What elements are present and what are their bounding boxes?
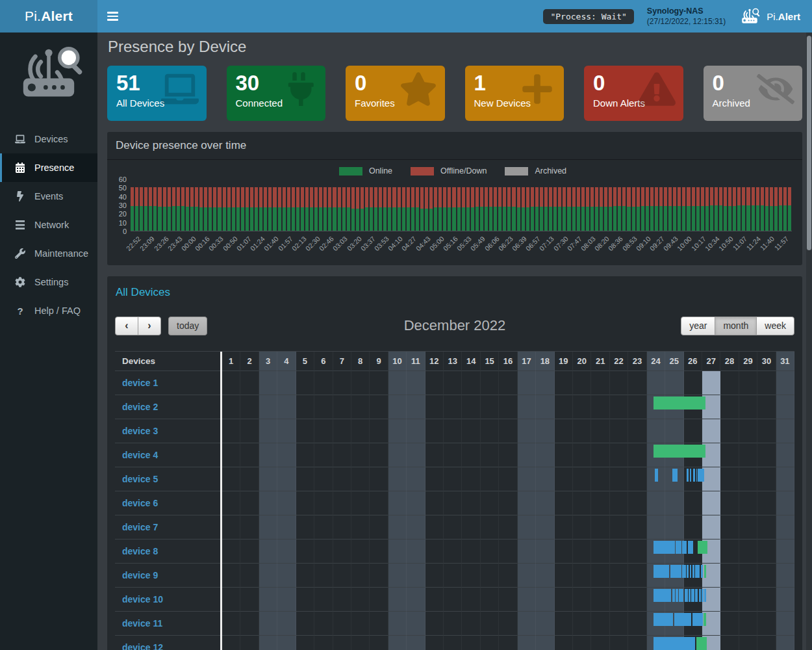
presence-bar-blue[interactable] bbox=[700, 469, 704, 482]
presence-bar-green[interactable] bbox=[698, 541, 708, 554]
day-cell-7 bbox=[333, 540, 351, 564]
presence-bar-blue[interactable] bbox=[690, 469, 692, 482]
presence-bar-blue[interactable] bbox=[693, 469, 695, 482]
day-cell-27 bbox=[702, 491, 720, 515]
online-segment bbox=[457, 207, 461, 231]
prev-button[interactable]: ‹ bbox=[115, 317, 138, 335]
presence-bar-green[interactable] bbox=[653, 445, 705, 458]
card-all-devices[interactable]: 51All Devices bbox=[107, 66, 207, 121]
device-link[interactable]: device 3 bbox=[122, 426, 158, 436]
day-cell-14 bbox=[462, 588, 480, 612]
device-link[interactable]: device 7 bbox=[122, 522, 158, 532]
day-cell-4 bbox=[277, 395, 296, 419]
presence-bar-blue[interactable] bbox=[687, 469, 689, 482]
presence-bar-blue[interactable] bbox=[688, 541, 693, 554]
presence-bar-blue[interactable] bbox=[676, 541, 681, 554]
presence-bar-blue[interactable] bbox=[672, 469, 678, 482]
presence-bar-blue[interactable] bbox=[696, 469, 697, 482]
device-link[interactable]: device 11 bbox=[122, 618, 162, 629]
presence-bar-blue[interactable] bbox=[653, 565, 670, 578]
sidebar-toggle-button[interactable] bbox=[97, 0, 127, 32]
scrollbar-thumb[interactable] bbox=[807, 36, 811, 250]
online-segment bbox=[553, 207, 557, 231]
presence-bar-blue[interactable] bbox=[672, 589, 675, 602]
presence-bar-blue[interactable] bbox=[674, 613, 691, 626]
card-connected[interactable]: 30Connected bbox=[227, 66, 326, 121]
presence-bar-blue[interactable] bbox=[653, 637, 696, 650]
day-cell-30 bbox=[757, 515, 776, 540]
presence-bar-blue[interactable] bbox=[682, 541, 687, 554]
presence-bar-green[interactable] bbox=[653, 396, 705, 410]
online-segment bbox=[600, 207, 603, 231]
presence-bar-blue[interactable] bbox=[699, 589, 701, 602]
presence-bar-blue[interactable] bbox=[691, 589, 694, 602]
offline-segment bbox=[595, 187, 598, 207]
device-link[interactable]: device 4 bbox=[122, 450, 158, 460]
presence-bar-green[interactable] bbox=[704, 613, 706, 626]
online-segment bbox=[292, 207, 295, 231]
device-link[interactable]: device 9 bbox=[122, 570, 158, 580]
chart-bar bbox=[558, 179, 561, 231]
presence-bar-blue[interactable] bbox=[701, 565, 704, 578]
day-cell-22 bbox=[610, 612, 628, 636]
day-header-12: 12 bbox=[425, 352, 444, 371]
card-archived[interactable]: 0Archived bbox=[704, 66, 803, 121]
navbar-app-brand[interactable]: Pi.Alert bbox=[739, 7, 800, 25]
sidebar-item-help-faq[interactable]: ?Help / FAQ bbox=[0, 296, 97, 325]
sidebar-item-events[interactable]: Events bbox=[0, 182, 97, 211]
presence-bar-blue[interactable] bbox=[689, 589, 691, 602]
presence-bar-blue[interactable] bbox=[698, 469, 700, 482]
presence-bar-blue[interactable] bbox=[702, 589, 704, 602]
presence-bar-blue[interactable] bbox=[695, 565, 700, 578]
presence-bar-blue[interactable] bbox=[682, 565, 686, 578]
presence-bar-blue[interactable] bbox=[695, 589, 698, 602]
presence-bar-blue[interactable] bbox=[655, 469, 659, 482]
next-button[interactable]: › bbox=[138, 317, 161, 335]
presence-bar-blue[interactable] bbox=[653, 541, 676, 554]
day-cell-17 bbox=[518, 419, 536, 443]
month-view-button[interactable]: month bbox=[715, 317, 757, 335]
card-favorites[interactable]: 0Favorites bbox=[346, 66, 445, 121]
sidebar-item-devices[interactable]: Devices bbox=[0, 125, 97, 153]
presence-bar-blue[interactable] bbox=[692, 565, 694, 578]
device-link[interactable]: device 8 bbox=[122, 546, 158, 556]
presence-bar-blue[interactable] bbox=[687, 565, 689, 578]
day-cell-16 bbox=[499, 467, 517, 491]
presence-bar-blue[interactable] bbox=[670, 565, 681, 578]
presence-bar-blue[interactable] bbox=[692, 613, 703, 626]
brand-logo[interactable]: Pi.Alert bbox=[0, 0, 97, 32]
device-link[interactable]: device 5 bbox=[122, 474, 158, 484]
page-scrollbar[interactable] bbox=[806, 32, 812, 650]
presence-bar-blue[interactable] bbox=[653, 589, 672, 602]
presence-bar-blue[interactable] bbox=[653, 613, 673, 626]
device-link[interactable]: device 2 bbox=[122, 402, 158, 412]
card-down-alerts[interactable]: 0Down Alerts bbox=[584, 66, 683, 121]
day-cell-1 bbox=[222, 419, 240, 443]
presence-bar-blue[interactable] bbox=[690, 565, 692, 578]
presence-bar-green[interactable] bbox=[696, 637, 707, 650]
presence-bar-green[interactable] bbox=[704, 565, 706, 578]
sidebar-item-settings[interactable]: Settings bbox=[0, 268, 97, 296]
day-cell-31 bbox=[776, 564, 794, 588]
device-link[interactable]: device 12 bbox=[122, 642, 163, 650]
sidebar-item-presence[interactable]: Presence bbox=[0, 153, 97, 182]
day-cell-8 bbox=[351, 515, 370, 540]
sidebar-item-network[interactable]: Network bbox=[0, 211, 97, 239]
app-logo bbox=[0, 32, 97, 110]
offline-segment bbox=[135, 187, 138, 206]
day-cell-17 bbox=[518, 588, 536, 612]
device-link[interactable]: device 10 bbox=[122, 594, 163, 604]
sidebar-item-maintenance[interactable]: Maintenance bbox=[0, 239, 97, 268]
card-new-devices[interactable]: 1New Devices bbox=[465, 66, 565, 121]
presence-bar-blue[interactable] bbox=[685, 589, 688, 602]
presence-bar-blue[interactable] bbox=[679, 589, 683, 602]
online-segment bbox=[715, 205, 718, 231]
today-button[interactable]: today bbox=[168, 317, 207, 335]
presence-bar-blue[interactable] bbox=[676, 589, 678, 602]
device-link[interactable]: device 1 bbox=[122, 378, 158, 388]
presence-bar-blue[interactable] bbox=[704, 589, 706, 602]
year-view-button[interactable]: year bbox=[681, 317, 715, 335]
week-view-button[interactable]: week bbox=[756, 317, 794, 335]
device-link[interactable]: device 6 bbox=[122, 498, 158, 508]
offline-segment bbox=[512, 187, 515, 207]
